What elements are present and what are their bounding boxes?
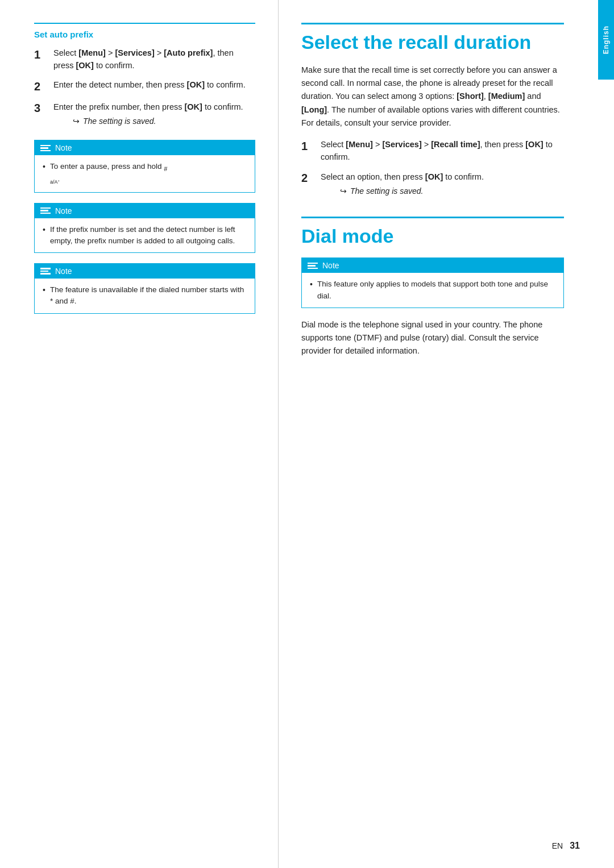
dial-mode-note-header: Note <box>302 258 563 273</box>
step-text-1: Select [Menu] > [Services] > [Auto prefi… <box>53 47 255 72</box>
left-note-3-label: Note <box>55 267 72 276</box>
footer-page: 31 <box>570 841 580 851</box>
note-icon-3 <box>40 268 51 275</box>
left-note-1-content: To enter a pause, press and hold #a/A. <box>35 155 255 192</box>
arrow-text-r2: The setting is saved. <box>350 185 423 197</box>
left-column: Set auto prefix 1 Select [Menu] > [Servi… <box>0 0 279 868</box>
right-step-2-arrow: ↪ The setting is saved. <box>340 185 484 197</box>
left-step-3: 3 Enter the prefix number, then press [O… <box>34 101 255 130</box>
step-text-2: Enter the detect number, then press [OK]… <box>53 79 246 92</box>
right-steps-list: 1 Select [Menu] > [Services] > [Recall t… <box>301 139 564 200</box>
left-note-2: Note If the prefix number is set and the… <box>34 203 255 254</box>
left-note-1-item-1: To enter a pause, press and hold #a/A. <box>43 161 247 186</box>
left-note-3: Note The feature is unavailable if the d… <box>34 263 255 314</box>
step-text-3: Enter the prefix number, then press [OK]… <box>53 102 243 111</box>
step-number-1: 1 <box>34 47 50 62</box>
dial-mode-note-content: This feature only applies to models that… <box>302 273 563 308</box>
right-step-1: 1 Select [Menu] > [Services] > [Recall t… <box>301 139 564 164</box>
dial-mode-note: Note This feature only applies to models… <box>301 258 564 308</box>
right-step-number-1: 1 <box>301 139 317 153</box>
left-steps-list: 1 Select [Menu] > [Services] > [Auto pre… <box>34 47 255 130</box>
dial-mode-note-item-1: This feature only applies to models that… <box>310 279 555 302</box>
main-title: Select the recall duration <box>301 23 564 53</box>
dial-mode-title: Dial mode <box>301 217 564 247</box>
left-note-3-item-1: The feature is unavailable if the dialed… <box>43 284 247 308</box>
note-icon-dial <box>308 263 318 269</box>
step-number-2: 2 <box>34 79 50 94</box>
arrow-icon-r2: ↪ <box>340 185 347 197</box>
right-step-text-1: Select [Menu] > [Services] > [Recall tim… <box>321 139 564 164</box>
left-section-heading: Set auto prefix <box>34 23 255 39</box>
left-note-2-content: If the prefix number is set and the dete… <box>35 218 255 253</box>
side-tab: English <box>598 0 614 80</box>
step-number-3: 3 <box>34 101 50 115</box>
right-step-number-2: 2 <box>301 171 317 185</box>
right-step-text-2: Select an option, then press [OK] to con… <box>321 172 484 181</box>
arrow-icon-3: ↪ <box>73 115 80 127</box>
left-note-3-content: The feature is unavailable if the dialed… <box>35 279 255 313</box>
note-icon-2 <box>40 207 51 214</box>
side-tab-label: English <box>602 26 610 54</box>
left-note-2-item-1: If the prefix number is set and the dete… <box>43 224 247 247</box>
left-note-1-header: Note <box>35 140 255 155</box>
left-note-2-header: Note <box>35 203 255 218</box>
right-body-paragraph: Make sure that the recall time is set co… <box>301 64 564 130</box>
left-step-1: 1 Select [Menu] > [Services] > [Auto pre… <box>34 47 255 72</box>
footer-lang: EN <box>552 841 563 850</box>
right-column: Select the recall duration Make sure tha… <box>279 0 598 868</box>
step-3-arrow: ↪ The setting is saved. <box>73 115 243 127</box>
left-note-2-label: Note <box>55 206 72 215</box>
page-footer: EN 31 <box>552 841 580 851</box>
left-note-1: Note To enter a pause, press and hold #a… <box>34 140 255 192</box>
left-note-1-label: Note <box>55 143 72 152</box>
dial-mode-note-label: Note <box>322 261 339 270</box>
arrow-text-3: The setting is saved. <box>83 115 156 127</box>
note-icon-1 <box>40 145 51 152</box>
hash-symbol: #a/A <box>50 165 168 185</box>
page-container: English Set auto prefix 1 Select [Menu] … <box>0 0 614 868</box>
right-step-2: 2 Select an option, then press [OK] to c… <box>301 171 564 200</box>
left-step-2: 2 Enter the detect number, then press [O… <box>34 79 255 94</box>
dial-mode-body: Dial mode is the telephone signal used i… <box>301 318 564 358</box>
left-note-3-header: Note <box>35 264 255 279</box>
